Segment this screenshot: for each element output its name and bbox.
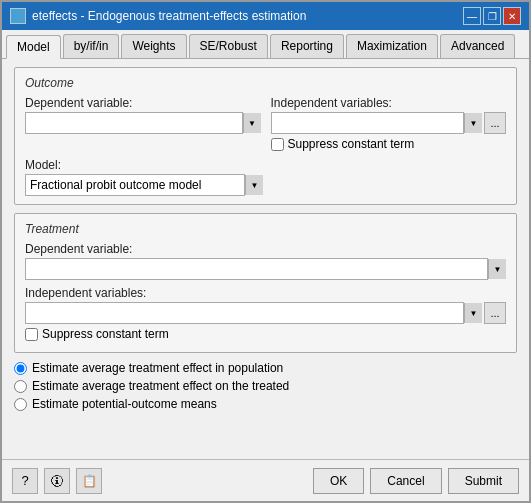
outcome-indep-arrow[interactable]: ▼: [464, 113, 482, 133]
outcome-indep-label: Independent variables:: [271, 96, 507, 110]
outcome-indep-browse[interactable]: ...: [484, 112, 506, 134]
outcome-section: Outcome Dependent variable: ▼ Independen…: [14, 67, 517, 205]
treatment-dep-dropdown[interactable]: [25, 258, 488, 280]
treatment-dep-arrow[interactable]: ▼: [488, 259, 506, 279]
tab-se-robust[interactable]: SE/Robust: [189, 34, 268, 58]
cancel-button[interactable]: Cancel: [370, 468, 441, 494]
treatment-section: Treatment Dependent variable: ▼ Independ…: [14, 213, 517, 353]
minimize-button[interactable]: —: [463, 7, 481, 25]
radio-population-label: Estimate average treatment effect in pop…: [32, 361, 283, 375]
submit-button[interactable]: Submit: [448, 468, 519, 494]
title-controls: — ❐ ✕: [463, 7, 521, 25]
outcome-model-row: Model: Fractional probit outcome model ▼: [25, 158, 506, 196]
copy-button[interactable]: 📋: [76, 468, 102, 494]
treatment-indep-input-row: ▼ ...: [25, 302, 506, 324]
outcome-suppress-checkbox[interactable]: [271, 138, 284, 151]
main-window: eteffects - Endogenous treatment-effects…: [0, 0, 531, 503]
radio-row-0: Estimate average treatment effect in pop…: [14, 361, 517, 375]
tab-reporting[interactable]: Reporting: [270, 34, 344, 58]
radio-row-2: Estimate potential-outcome means: [14, 397, 517, 411]
info-button[interactable]: 🛈: [44, 468, 70, 494]
outcome-model-arrow[interactable]: ▼: [245, 175, 263, 195]
outcome-suppress-label: Suppress constant term: [288, 137, 415, 151]
radio-potential-label: Estimate potential-outcome means: [32, 397, 217, 411]
treatment-suppress-label: Suppress constant term: [42, 327, 169, 341]
outcome-dep-label: Dependent variable:: [25, 96, 261, 110]
treatment-suppress-row: Suppress constant term: [25, 327, 506, 341]
radio-row-1: Estimate average treatment effect on the…: [14, 379, 517, 393]
close-button[interactable]: ✕: [503, 7, 521, 25]
treatment-indep-browse[interactable]: ...: [484, 302, 506, 324]
treatment-indep-dropdown[interactable]: [25, 302, 464, 324]
outcome-model-label: Model:: [25, 158, 506, 172]
radio-population[interactable]: [14, 362, 27, 375]
radio-treated[interactable]: [14, 380, 27, 393]
tab-maximization[interactable]: Maximization: [346, 34, 438, 58]
content-area: Outcome Dependent variable: ▼ Independen…: [2, 59, 529, 459]
treatment-title: Treatment: [25, 222, 506, 236]
restore-button[interactable]: ❐: [483, 7, 501, 25]
treatment-dep-group: Dependent variable: ▼: [25, 242, 506, 280]
outcome-indep-dropdown[interactable]: [271, 112, 465, 134]
footer-icons: ? 🛈 📋: [12, 468, 102, 494]
treatment-indep-group: Independent variables: ▼ ... Suppress co…: [25, 286, 506, 344]
tab-advanced[interactable]: Advanced: [440, 34, 515, 58]
treatment-indep-arrow[interactable]: ▼: [464, 303, 482, 323]
footer: ? 🛈 📋 OK Cancel Submit: [2, 459, 529, 501]
tab-model[interactable]: Model: [6, 35, 61, 59]
treatment-dep-label: Dependent variable:: [25, 242, 506, 256]
outcome-model-dropdown[interactable]: Fractional probit outcome model: [25, 174, 245, 196]
treatment-indep-label: Independent variables:: [25, 286, 506, 300]
outcome-vars-row: Dependent variable: ▼ Independent variab…: [25, 96, 506, 154]
outcome-model-container: Fractional probit outcome model ▼: [25, 174, 506, 196]
treatment-dep-input-row: ▼: [25, 258, 506, 280]
window-title: eteffects - Endogenous treatment-effects…: [32, 9, 306, 23]
outcome-dep-group: Dependent variable: ▼: [25, 96, 261, 154]
title-bar-left: eteffects - Endogenous treatment-effects…: [10, 8, 306, 24]
tab-by-if-in[interactable]: by/if/in: [63, 34, 120, 58]
outcome-dep-dropdown[interactable]: [25, 112, 243, 134]
treatment-suppress-checkbox[interactable]: [25, 328, 38, 341]
outcome-indep-group: Independent variables: ▼ ... Suppress co…: [271, 96, 507, 154]
radio-potential[interactable]: [14, 398, 27, 411]
help-button[interactable]: ?: [12, 468, 38, 494]
outcome-suppress-row: Suppress constant term: [271, 137, 507, 151]
footer-action-buttons: OK Cancel Submit: [313, 468, 519, 494]
outcome-model-value: Fractional probit outcome model: [30, 178, 240, 192]
radio-treated-label: Estimate average treatment effect on the…: [32, 379, 289, 393]
app-icon: [10, 8, 26, 24]
outcome-indep-input-row: ▼ ...: [271, 112, 507, 134]
tab-weights[interactable]: Weights: [121, 34, 186, 58]
title-bar: eteffects - Endogenous treatment-effects…: [2, 2, 529, 30]
ok-button[interactable]: OK: [313, 468, 364, 494]
outcome-dep-arrow[interactable]: ▼: [243, 113, 261, 133]
outcome-title: Outcome: [25, 76, 506, 90]
treatment-effect-options: Estimate average treatment effect in pop…: [14, 361, 517, 411]
outcome-dep-input-row: ▼: [25, 112, 261, 134]
tabs-bar: Model by/if/in Weights SE/Robust Reporti…: [2, 30, 529, 59]
